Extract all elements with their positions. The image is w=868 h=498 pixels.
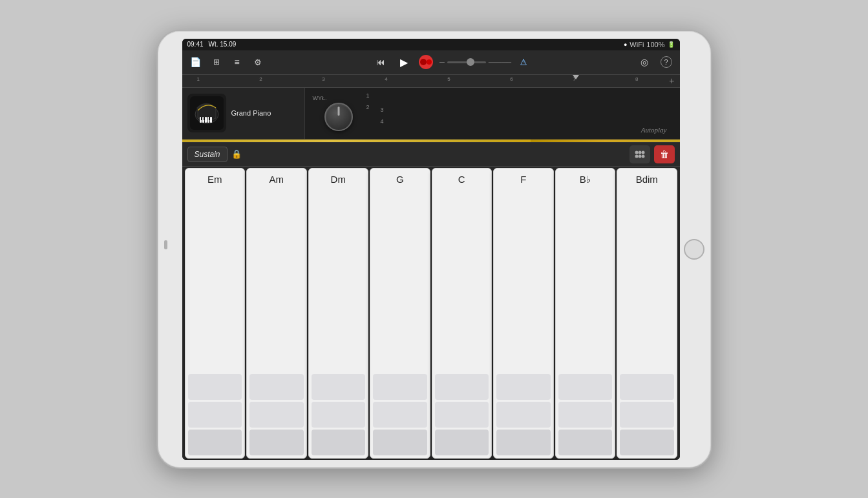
volume-icon: ─ [439, 58, 445, 66]
chord-key-dm[interactable]: Dm [308, 168, 369, 459]
chord-key-g[interactable]: G [370, 168, 430, 459]
gold-segment-right [531, 140, 680, 142]
timeline-ruler[interactable]: 1 2 3 4 5 6 7 8 + [182, 75, 680, 88]
record-icon [420, 59, 427, 65]
svg-rect-10 [204, 117, 205, 120]
status-time: 09:41 [187, 41, 204, 48]
svg-point-16 [638, 154, 641, 158]
track-controls: WYŁ. 1 2 3 4 [305, 88, 680, 139]
chord-controls-bar: Sustain 🔒 🗑 [182, 143, 680, 167]
new-song-button[interactable]: 📄 [187, 54, 204, 70]
play-icon: ▶ [400, 56, 408, 68]
chord-key-am-label: Am [270, 174, 284, 185]
ruler-mark-3: 3 [322, 76, 324, 82]
volume-bar: ───── [489, 59, 511, 66]
settings-icon: ◎ [640, 57, 648, 67]
chord-right-buttons: 🗑 [630, 145, 675, 163]
lock-icon[interactable]: 🔒 [231, 149, 242, 159]
chord-key-em[interactable]: Em [185, 168, 246, 459]
svg-point-13 [638, 150, 641, 154]
delete-icon: 🗑 [660, 149, 669, 160]
knob-container[interactable]: WYŁ. 1 2 3 4 [313, 95, 365, 131]
svg-point-14 [641, 150, 644, 154]
rewind-button[interactable]: ⏮ [372, 54, 389, 70]
toolbar-right: ◎ ? [636, 54, 675, 70]
screen: 09:41 Wt. 15.09 ● WiFi 100% 🔋 📄 ⊞ ≡ [182, 39, 680, 460]
chord-key-dm-label: Dm [331, 174, 346, 185]
ruler-mark-4: 4 [385, 76, 387, 82]
delete-button[interactable]: 🗑 [654, 145, 675, 163]
battery-level: 100% [646, 41, 664, 48]
help-button[interactable]: ? [658, 54, 675, 70]
knob-labels: WYŁ. [313, 95, 365, 101]
battery-icon: 🔋 [668, 41, 675, 48]
ruler-mark-8: 8 [635, 76, 638, 82]
status-left: 09:41 Wt. 15.09 [187, 41, 237, 48]
ipad-frame: 09:41 Wt. 15.09 ● WiFi 100% 🔋 📄 ⊞ ≡ [156, 30, 712, 469]
settings-button[interactable]: ◎ [636, 54, 653, 70]
svg-rect-9 [201, 117, 202, 120]
autoplay-label: Autoplay [641, 126, 667, 134]
svg-rect-11 [209, 117, 210, 120]
sustain-group: Sustain 🔒 [187, 147, 242, 162]
mixer-icon: ⚙ [254, 57, 262, 67]
mixer-button[interactable]: ⚙ [249, 54, 266, 70]
chord-key-f-label: F [520, 174, 526, 185]
chord-key-bdim-label: Bdim [636, 174, 658, 185]
tracks-icon: ≡ [234, 57, 239, 67]
toolbar-center: ⏮ ▶ ─ ───── [270, 54, 632, 70]
chord-key-bb-label: B♭ [580, 174, 591, 185]
track-name: Grand Piano [231, 109, 271, 117]
track-header[interactable]: Grand Piano [182, 88, 305, 139]
status-date: Wt. 15.09 [209, 41, 237, 48]
knob-label-4: 4 [380, 118, 383, 125]
metronome-button[interactable] [518, 56, 529, 68]
svg-point-15 [635, 154, 638, 158]
chord-key-bdim[interactable]: Bdim [617, 168, 677, 459]
track-area: Grand Piano WYŁ. 1 [182, 88, 680, 143]
chord-key-em-label: Em [207, 174, 222, 185]
sustain-button[interactable]: Sustain [187, 147, 228, 162]
track-row: Grand Piano WYŁ. 1 [182, 88, 680, 140]
svg-point-17 [641, 154, 644, 158]
metronome-icon [520, 56, 527, 68]
arpeggio-icon [634, 150, 646, 159]
ruler-mark-1: 1 [196, 76, 199, 82]
record-button[interactable] [419, 55, 433, 69]
tracks-button[interactable]: ≡ [229, 54, 246, 70]
view-toggle-icon: ⊞ [213, 57, 220, 67]
chord-key-g-label: G [396, 174, 404, 185]
volume-slider[interactable]: ─ ───── [439, 58, 511, 66]
chord-key-c-label: C [458, 174, 465, 185]
ruler-mark-2: 2 [259, 76, 262, 82]
autoplay-knob[interactable] [324, 103, 353, 131]
ruler-mark-5: 5 [447, 76, 450, 82]
chord-keyboard: Em Am Dm [182, 167, 680, 460]
slider-track[interactable] [447, 61, 486, 63]
wifi-icon: ● [624, 41, 627, 48]
knob-indicator [337, 107, 339, 116]
view-toggle-button[interactable]: ⊞ [208, 54, 225, 70]
svg-point-12 [635, 150, 638, 154]
toolbar-left: 📄 ⊞ ≡ ⚙ [187, 54, 266, 70]
toolbar: 📄 ⊞ ≡ ⚙ ⏮ ▶ [182, 50, 680, 75]
knob-label-off: WYŁ. [313, 95, 327, 101]
arpeggio-button[interactable] [630, 145, 650, 163]
rewind-icon: ⏮ [376, 57, 385, 67]
chord-key-am[interactable]: Am [246, 168, 307, 459]
chord-key-f[interactable]: F [493, 168, 554, 459]
status-bar: 09:41 Wt. 15.09 ● WiFi 100% 🔋 [182, 39, 680, 50]
add-track-button[interactable]: + [669, 76, 674, 86]
side-volume-button[interactable] [164, 240, 167, 249]
chord-key-c[interactable]: C [432, 168, 492, 459]
play-button[interactable]: ▶ [396, 54, 412, 70]
knob-label-3: 3 [380, 107, 383, 113]
track-info: Grand Piano [231, 109, 271, 117]
status-right: ● WiFi 100% 🔋 [624, 41, 675, 48]
wifi-bars: WiFi [630, 41, 644, 48]
new-song-icon: 📄 [190, 57, 201, 67]
knob-label-1: 1 [366, 92, 369, 99]
grand-piano-image [190, 96, 224, 130]
chord-key-bb[interactable]: B♭ [555, 168, 616, 459]
home-button[interactable] [684, 239, 704, 260]
